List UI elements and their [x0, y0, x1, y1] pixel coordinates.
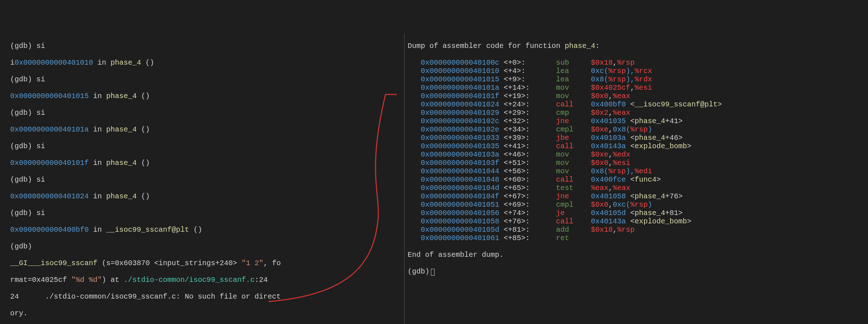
- asm-row: 0x000000000040104f <+67>: jne 0x401058 <…: [408, 192, 868, 201]
- offset: <+9>:: [504, 75, 556, 84]
- in-word: in: [93, 58, 111, 67]
- offset: <+19>:: [504, 92, 556, 100]
- opcode: jbe: [556, 134, 591, 142]
- gdb-prompt: (gdb): [10, 109, 32, 117]
- asm-row: 0x0000000000401051 <+69>: cmpl $0x0,0xc(…: [408, 201, 868, 209]
- operand: explode_bomb: [635, 142, 687, 150]
- operand: ,: [608, 150, 613, 159]
- opcode: ret: [556, 234, 591, 242]
- opcode: mov: [556, 92, 591, 100]
- operand: >: [656, 175, 661, 184]
- asm-row: 0x0000000000401048 <+60>: call 0x400fce …: [408, 175, 868, 184]
- opcode: sub: [556, 58, 591, 67]
- offset: <+56>:: [504, 167, 556, 175]
- gdb-line: rmat=0x4025cf "%d %d") at ./stdio-common…: [10, 276, 404, 284]
- string-literal: "%d %d": [71, 276, 102, 284]
- operand: >: [687, 142, 691, 150]
- operand: ,: [608, 159, 613, 167]
- gdb-session-pane[interactable]: (gdb) si i0x0000000000401010 in phase_4 …: [0, 33, 405, 324]
- gdb-line: ory.: [10, 309, 404, 317]
- address: 0x000000000040101f: [10, 159, 89, 167]
- gdb-cmd: si: [36, 175, 45, 184]
- operand: $0xe: [591, 150, 608, 159]
- function-name: phase_4: [565, 42, 595, 50]
- cursor-icon: [431, 269, 435, 276]
- function-name: __GI___isoc99_sscanf: [10, 259, 97, 267]
- offset: <+46>:: [504, 150, 556, 159]
- operand: +76>: [665, 192, 683, 201]
- operand: $0x18: [591, 58, 613, 67]
- operand: 0x40103a: [591, 134, 630, 142]
- offset: <+60>:: [504, 175, 556, 184]
- opcode: mov: [556, 167, 591, 175]
- operand: 0x40143a: [591, 142, 630, 150]
- offset: <+29>:: [504, 109, 556, 117]
- address: 0x000000000040102c: [408, 117, 504, 125]
- operand: $0x0: [591, 201, 608, 209]
- offset: <+41>:: [504, 142, 556, 150]
- address: 0x000000000040101f: [408, 92, 504, 100]
- operand: ),: [626, 167, 635, 175]
- operand: ),: [626, 67, 635, 75]
- gdb-prompt: (gdb): [10, 142, 32, 150]
- function-name: phase_4: [106, 159, 137, 167]
- operand: $0x4025cf: [591, 84, 630, 92]
- operand: phase_4: [635, 209, 665, 217]
- asm-row: 0x000000000040105d <+81>: add $0x18,%rsp: [408, 226, 868, 234]
- in-word: in: [89, 92, 106, 100]
- offset: <+39>:: [504, 134, 556, 142]
- address: 0x0000000000401010: [15, 58, 93, 67]
- opcode: jne: [556, 117, 591, 125]
- operand: <: [630, 217, 635, 226]
- operand: %rsp: [608, 167, 626, 175]
- offset: <+34>:: [504, 125, 556, 134]
- operand: $0xe: [591, 125, 608, 134]
- gdb-line: __GI___isoc99_sscanf (s=0x603870 <input_…: [10, 259, 404, 267]
- operand: phase_4: [635, 192, 665, 201]
- operand: ): [648, 125, 652, 134]
- function-name: phase_4: [106, 125, 137, 134]
- offset: <+69>:: [504, 201, 556, 209]
- operand: <: [630, 134, 635, 142]
- gdb-cmd: si: [36, 109, 45, 117]
- dump-footer: End of assembler dump.: [408, 251, 868, 259]
- operand: func4: [635, 175, 656, 184]
- opcode: lea: [556, 67, 591, 75]
- asm-row: 0x000000000040102e <+34>: cmpl $0xe,0x8(…: [408, 125, 868, 134]
- asm-row: 0x000000000040100c <+0>: sub $0x18,%rsp: [408, 58, 868, 67]
- opcode: jne: [556, 192, 591, 201]
- wrap: rmat: [10, 276, 28, 284]
- asm-row: 0x000000000040101a <+14>: mov $0x4025cf,…: [408, 84, 868, 92]
- opcode: je: [556, 209, 591, 217]
- paren: (): [137, 125, 150, 134]
- operand: ,: [608, 201, 613, 209]
- address: 0x0000000000401033: [408, 134, 504, 142]
- function-name: phase_4: [106, 192, 137, 201]
- operand: explode_bomb: [635, 217, 687, 226]
- operand: %eax: [591, 184, 608, 192]
- gdb-cmd: si: [36, 42, 45, 50]
- address: 0x0000000000401024: [10, 192, 89, 201]
- prefix: i: [10, 58, 15, 67]
- opcode: cmpl: [556, 125, 591, 134]
- operand: %rsp: [617, 226, 635, 234]
- operand: ,: [608, 184, 613, 192]
- operand: %rsp: [608, 75, 626, 84]
- operand: ,: [630, 84, 635, 92]
- gdb-cmd: si: [36, 142, 45, 150]
- operand: 0xc(: [613, 201, 630, 209]
- operand: +46>: [665, 134, 683, 142]
- paren: (): [189, 226, 202, 234]
- gdb-line: (gdb) si: [10, 75, 404, 84]
- disassembly-pane[interactable]: Dump of assembler code for function phas…: [405, 33, 868, 324]
- asm-row: 0x000000000040103f <+51>: mov $0x0,%esi: [408, 159, 868, 167]
- operand: %rsp: [630, 125, 648, 134]
- paren: ) at: [102, 276, 124, 284]
- gdb-line: (gdb) si: [10, 109, 404, 117]
- operand: +81>: [665, 209, 683, 217]
- asm-row: 0x0000000000401035 <+41>: call 0x40143a …: [408, 142, 868, 150]
- operand: $0x0: [591, 92, 608, 100]
- operand: ,: [608, 109, 613, 117]
- opcode: call: [556, 217, 591, 226]
- asm-row: 0x0000000000401033 <+39>: jbe 0x40103a <…: [408, 134, 868, 142]
